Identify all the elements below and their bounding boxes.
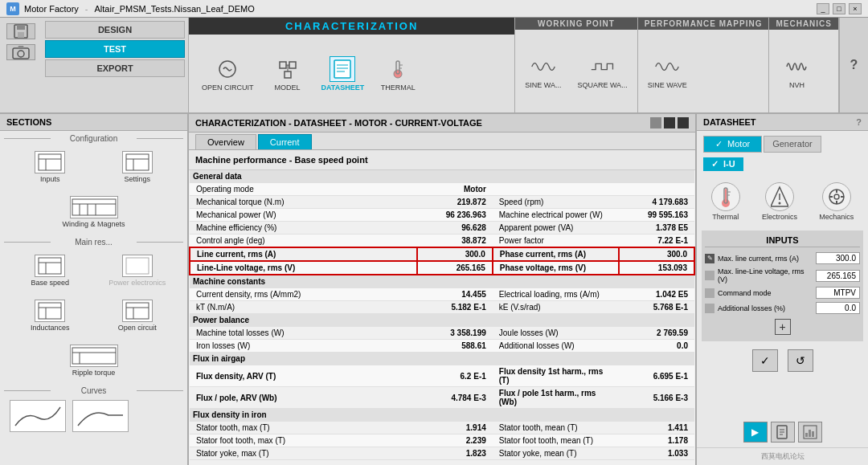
winding-magnets-item[interactable]: Winding & Magnets <box>0 190 187 235</box>
row-value2: 6.695 E-1 <box>619 365 694 387</box>
edit-icon-3 <box>705 304 714 313</box>
open-circuit-item[interactable]: OPEN CIRCUIT <box>195 53 260 95</box>
maximize-button[interactable]: □ <box>833 3 845 14</box>
open-circuit-item[interactable]: Open circuit <box>97 300 178 332</box>
input-label-3: Additional losses (%) <box>718 304 813 312</box>
chart-button[interactable] <box>798 422 822 443</box>
row-label: Current density, rms (A/mm2) <box>190 288 417 301</box>
ripple-torque-item[interactable]: Ripple torque <box>0 338 187 383</box>
edit-icon-2 <box>705 288 714 298</box>
table-row: Flux density in iron <box>190 409 694 422</box>
row-value2: 4 179.683 <box>619 196 694 209</box>
reset-button[interactable]: ↺ <box>788 349 813 372</box>
svg-rect-22 <box>126 154 149 170</box>
settings-item[interactable]: Settings <box>97 151 178 183</box>
svg-rect-8 <box>285 71 291 78</box>
table-row: Mechanical torque (N.m) 219.872 Speed (r… <box>190 196 694 209</box>
base-speed-item[interactable]: Base speed <box>10 255 91 287</box>
row-value: 14.455 <box>417 288 493 301</box>
motor-tab[interactable]: ✓ Motor <box>703 136 762 153</box>
model-item[interactable]: MODEL <box>264 53 312 95</box>
row-label2: kE (V.s/rad) <box>493 301 619 314</box>
working-point-toolbar: WORKING POINT SINE WA... SQUARE WA... <box>515 18 637 112</box>
square-wave-item[interactable]: SQUARE WA... <box>571 51 633 92</box>
edit-icon-0[interactable]: ✎ <box>705 254 714 263</box>
data-tabs: Overview Current <box>189 133 695 150</box>
export-doc-button[interactable] <box>771 422 795 443</box>
help-button[interactable]: ? <box>839 18 868 112</box>
datasheet-item[interactable]: DATASHEET <box>315 53 371 95</box>
row-value2: 2 769.59 <box>619 327 694 340</box>
main-content: SECTIONS Configuration Inputs Settings W… <box>0 114 868 465</box>
thermal-item[interactable]: THERMAL <box>374 53 422 95</box>
nvh-item[interactable]: NVH <box>772 51 821 92</box>
characterization-header: CHARACTERIZATION <box>189 18 514 35</box>
power-electronics-label: Power electronics <box>108 279 166 287</box>
settings-label: Settings <box>124 175 150 183</box>
data-table: General data Operating mode Motor Mechan… <box>189 170 695 460</box>
window-controls: _ □ × <box>817 3 862 14</box>
perf-sine-wave-item[interactable]: SINE WAVE <box>641 51 694 92</box>
row-label: Line current, rms (A) <box>190 247 417 261</box>
row-label: kT (N.m/A) <box>190 301 417 314</box>
input-row-1: Max. line-Line voltage, rms (V) 265.165 <box>705 266 860 285</box>
row-value: 96.628 <box>417 222 493 235</box>
row-value2: 300.0 <box>619 247 694 261</box>
data-header-title: CHARACTERIZATION - DATASHEET - MOTOR - C… <box>195 118 482 128</box>
curve-icon-2[interactable] <box>72 400 129 432</box>
mechanics-icon-item[interactable]: Mechanics <box>819 182 854 221</box>
add-input-button[interactable]: + <box>775 319 791 335</box>
table-row: Operating mode Motor <box>190 183 694 196</box>
row-value: 5.182 E-1 <box>417 301 493 314</box>
power-electronics-item[interactable]: Power electronics <box>97 255 178 287</box>
row-label: Stator foot tooth, max (T) <box>190 434 417 447</box>
row-value2: 1.178 <box>619 434 694 447</box>
view-sq-2[interactable] <box>664 117 675 128</box>
tab-overview[interactable]: Overview <box>195 134 256 149</box>
iu-badge[interactable]: ✓ I-U <box>703 157 743 171</box>
sine-wave-item[interactable]: SINE WA... <box>518 51 567 92</box>
table-row: Control angle (deg) 38.872 Power factor … <box>190 235 694 248</box>
thermal-icon-item[interactable]: Thermal <box>711 182 740 221</box>
characterization-toolbar: CHARACTERIZATION OPEN CIRCUIT MODEL DATA… <box>189 18 515 112</box>
right-panel-help[interactable]: ? <box>856 117 862 127</box>
inductances-item[interactable]: Inductances <box>10 300 91 332</box>
electronics-icon-item[interactable]: Electronics <box>762 182 797 221</box>
view-sq-1[interactable] <box>650 117 661 128</box>
inputs-item[interactable]: Inputs <box>10 151 91 183</box>
generator-tab[interactable]: Generator <box>764 136 821 153</box>
play-button[interactable]: ▶ <box>743 422 768 443</box>
test-button[interactable]: TEST <box>45 40 185 58</box>
electronics-label: Electronics <box>762 213 797 221</box>
nav-buttons: DESIGN TEST EXPORT <box>42 18 188 66</box>
save-button[interactable] <box>6 23 35 39</box>
svg-rect-7 <box>289 62 296 68</box>
svg-rect-37 <box>126 303 149 319</box>
tab-current[interactable]: Current <box>258 134 312 149</box>
top-toolbar: DESIGN TEST EXPORT CHARACTERIZATION OPEN… <box>0 18 868 114</box>
working-point-header: WORKING POINT <box>515 18 637 30</box>
row-label2: Joule losses (W) <box>493 327 619 340</box>
view-sq-3[interactable] <box>678 117 689 128</box>
sections-title: SECTIONS <box>0 114 187 131</box>
mechanics-icon <box>822 182 851 211</box>
row-label: Flux / pole, ARV (Wb) <box>190 387 417 409</box>
confirm-button[interactable]: ✓ <box>752 349 778 372</box>
close-button[interactable]: × <box>849 3 862 14</box>
wp-icons: SINE WA... SQUARE WA... <box>515 30 637 112</box>
input-label-0: Max. line current, rms (A) <box>718 255 813 263</box>
minimize-button[interactable]: _ <box>817 3 829 14</box>
table-row: Stator tooth, max (T) 1.914 Stator tooth… <box>190 422 694 434</box>
table-row: Machine efficiency (%) 96.628 Apparent p… <box>190 222 694 235</box>
export-button[interactable]: EXPORT <box>45 59 185 77</box>
table-row: Line current, rms (A) 300.0 Phase curren… <box>190 247 694 261</box>
main-res-grid: Base speed Power electronics <box>0 248 187 293</box>
row-label: Flux density, ARV (T) <box>190 365 417 387</box>
design-button[interactable]: DESIGN <box>45 21 185 39</box>
electronics-icon <box>765 182 794 211</box>
input-label-1: Max. line-Line voltage, rms (V) <box>718 267 813 283</box>
input-value-0[interactable]: 300.0 <box>816 252 860 264</box>
row-label2: Phase voltage, rms (V) <box>493 261 619 275</box>
curve-icon-1[interactable] <box>10 400 66 432</box>
camera-button[interactable] <box>6 44 35 60</box>
